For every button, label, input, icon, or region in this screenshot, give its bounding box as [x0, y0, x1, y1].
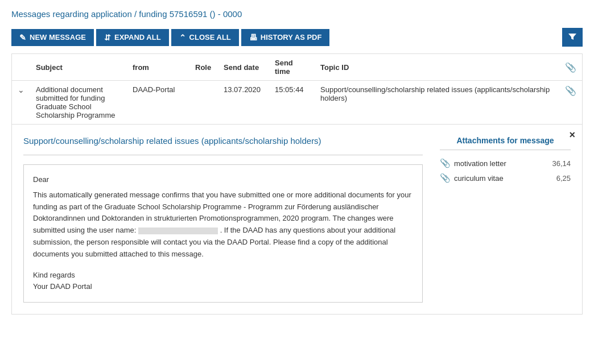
- attachment-icon: 📎: [565, 86, 576, 96]
- history-pdf-icon: 🖶: [249, 33, 257, 42]
- close-all-button[interactable]: ⌃ CLOSE ALL: [171, 29, 239, 46]
- attachments-section: Attachments for message 📎 motivation let…: [440, 136, 571, 183]
- detail-right: Attachments for message 📎 motivation let…: [423, 136, 571, 303]
- close-all-icon: ⌃: [179, 33, 186, 42]
- attachment-size-1: 36,14: [552, 159, 571, 168]
- message-topic-id: Support/counselling/scholarship related …: [315, 81, 559, 125]
- toolbar-left: ✎ NEW MESSAGE ⇵ EXPAND ALL ⌃ CLOSE ALL 🖶…: [11, 29, 329, 46]
- attachment-item-1[interactable]: 📎 motivation letter 36,14: [440, 158, 571, 168]
- message-body-box: Dear This automatically generated messag…: [23, 164, 423, 303]
- col-sendtime-header: Send time: [269, 54, 315, 81]
- message-role: [189, 81, 218, 125]
- detail-content: Support/counselling/scholarship related …: [12, 125, 582, 314]
- detail-left: Support/counselling/scholarship related …: [23, 136, 423, 303]
- col-attach-header: 📎: [559, 54, 583, 81]
- attachment-header-icon: 📎: [565, 63, 576, 72]
- attachment-link-icon-2: 📎: [440, 173, 451, 183]
- table-row[interactable]: ⌄ Additional document submitted for fund…: [12, 81, 583, 125]
- attachment-link-icon-1: 📎: [440, 158, 451, 168]
- message-detail-panel: × Support/counselling/scholarship relate…: [11, 125, 583, 315]
- attachments-title: Attachments for message: [440, 136, 571, 145]
- expand-row-icon[interactable]: ⌄: [18, 85, 24, 94]
- filter-button[interactable]: [562, 28, 583, 47]
- attachment-name-1: motivation letter: [454, 159, 548, 168]
- expand-all-button[interactable]: ⇵ EXPAND ALL: [96, 29, 169, 46]
- col-expand-header: [12, 54, 31, 81]
- table-header-row: Subject from Role Send date Send time To…: [12, 54, 583, 81]
- message-attachment-icon[interactable]: 📎: [559, 81, 583, 125]
- message-send-date: 13.07.2020: [218, 81, 269, 125]
- message-body: This automatically generated message con…: [33, 189, 413, 260]
- col-from-header: from: [127, 54, 189, 81]
- close-detail-button[interactable]: ×: [569, 129, 575, 141]
- close-all-label: CLOSE ALL: [189, 33, 231, 42]
- message-closing: Kind regards: [33, 270, 413, 282]
- attachment-name-2: curiculum vitae: [454, 174, 553, 183]
- expand-all-icon: ⇵: [104, 33, 111, 42]
- user-name-placeholder: [138, 228, 218, 234]
- detail-topic-title: Support/counselling/scholarship related …: [23, 136, 423, 146]
- col-role-header: Role: [189, 54, 218, 81]
- expand-all-label: EXPAND ALL: [114, 33, 161, 42]
- toolbar: ✎ NEW MESSAGE ⇵ EXPAND ALL ⌃ CLOSE ALL 🖶…: [11, 28, 583, 47]
- message-send-time: 15:05:44: [269, 81, 315, 125]
- new-message-label: NEW MESSAGE: [30, 33, 86, 42]
- message-subject: Additional document submitted for fundin…: [30, 81, 127, 125]
- history-as-pdf-button[interactable]: 🖶 HISTORY AS PDF: [241, 29, 330, 46]
- message-signature: Your DAAD Portal: [33, 281, 413, 293]
- col-subject-header: Subject: [30, 54, 127, 81]
- message-greeting: Dear: [33, 174, 413, 186]
- history-as-pdf-label: HISTORY AS PDF: [261, 33, 322, 42]
- col-senddate-header: Send date: [218, 54, 269, 81]
- messages-table: Subject from Role Send date Send time To…: [11, 53, 583, 125]
- detail-divider: [23, 155, 423, 155]
- filter-icon: [568, 32, 577, 43]
- col-topicid-header: Topic ID: [315, 54, 559, 81]
- page-title: Messages regarding application / funding…: [11, 9, 583, 19]
- attachment-size-2: 6,25: [556, 174, 571, 183]
- new-message-icon: ✎: [19, 33, 26, 42]
- message-from: DAAD-Portal: [127, 81, 189, 125]
- new-message-button[interactable]: ✎ NEW MESSAGE: [11, 29, 94, 46]
- attachments-divider: [440, 150, 571, 150]
- attachment-item-2[interactable]: 📎 curiculum vitae 6,25: [440, 173, 571, 183]
